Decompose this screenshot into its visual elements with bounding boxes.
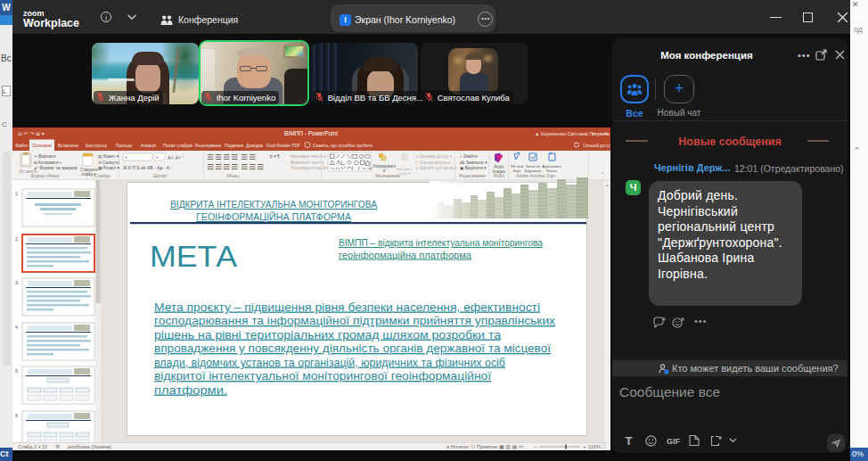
svg-text:Малювання: Малювання	[375, 173, 400, 178]
svg-text:рішень на рівні територіальних: рішень на рівні територіальних громад шл…	[154, 328, 502, 342]
svg-text:платформи.: платформи.	[154, 383, 227, 397]
svg-text:Рецензування: Рецензування	[195, 143, 221, 148]
svg-text:ВІМПП - PowerPoint: ВІМПП - PowerPoint	[284, 130, 338, 136]
svg-text:Буфер обміну: Буфер обміну	[31, 173, 61, 178]
svg-text:✂ Вирізати: ✂ Вирізати	[34, 154, 56, 159]
svg-text:Шрифт: Шрифт	[153, 173, 168, 178]
svg-text:+: +	[583, 444, 586, 449]
svg-text:⟲ Скинути: ⟲ Скинути	[98, 161, 119, 165]
svg-text:ВІДКРИТА ІНТЕЛЕКТУАЛЬНА МОНІТО: ВІДКРИТА ІНТЕЛЕКТУАЛЬНА МОНІТОРИНГОВА	[170, 199, 378, 210]
svg-text:ab Замінити ▾: ab Замінити ▾	[460, 161, 487, 165]
svg-text:Скажіть, що потрібно зробити: Скажіть, що потрібно зробити	[313, 143, 373, 148]
svg-text:Мета проєкту – підвищення рівн: Мета проєкту – підвищення рівня безпеки …	[154, 300, 540, 314]
svg-text:Ж К П S ab АВ ‐ А̲а ‐ А ‐: Ж К П S ab АВ ‐ А̲а ‐ А ‐	[123, 165, 172, 170]
svg-text:▣ Виділити ▾: ▣ Виділити ▾	[460, 166, 487, 170]
svg-text:відкритої інтелектуальної моні: відкритої інтелектуальної моніторингової…	[154, 369, 491, 383]
svg-text:5: 5	[15, 368, 18, 374]
svg-text:Файл: Файл	[15, 143, 28, 148]
svg-text:Спільний доступ: Спільний доступ	[583, 143, 610, 148]
svg-text:Вставлення: Вставлення	[58, 143, 78, 148]
svg-text:Упорядкувати: Упорядкувати	[373, 164, 396, 169]
svg-text:ГЕОІНФОРМАЦІЙНА ПЛАТФОРМА: ГЕОІНФОРМАЦІЙНА ПЛАТФОРМА	[196, 211, 352, 222]
svg-text:◇ Заливка фігури ▾: ◇ Заливка фігури ▾	[415, 154, 453, 159]
svg-text:Абзац: Абзац	[226, 173, 239, 178]
svg-text:А˄ А˅ ῍: А˄ А˅ ῍	[168, 155, 184, 161]
svg-text:▢ Контур фігури ▾: ▢ Контур фігури ▾	[415, 161, 451, 165]
svg-text:⧉ Копіювати ▾: ⧉ Копіювати ▾	[34, 161, 61, 165]
svg-text:1: 1	[15, 191, 18, 196]
svg-text:господарювання та інформаційно: господарювання та інформаційної підтримк…	[154, 314, 555, 327]
svg-text:🖹: 🖹	[55, 444, 61, 449]
svg-text:▭ ─ ✕: ▭ ─ ✕	[592, 131, 608, 136]
svg-text:Images: Images	[493, 169, 507, 174]
svg-text:стилі ▾: стилі ▾	[398, 171, 411, 176]
svg-text:🗩 Примітки: 🗩 Примітки	[471, 444, 497, 449]
svg-text:слайд ▾: слайд ▾	[82, 171, 97, 177]
svg-text:116%: 116%	[588, 444, 601, 449]
svg-text:Переходи: Переходи	[116, 143, 132, 148]
svg-text:◎ Ефекти для фігур ▾: ◎ Ефекти для фігур ▾	[415, 166, 457, 170]
svg-text:🖌 Формат за зразком: 🖌 Формат за зразком	[34, 166, 78, 170]
svg-text:ВІМПП – відкрита інтелектуальн: ВІМПП – відкрита інтелектуальна монітори…	[339, 237, 543, 248]
svg-text:⇅ ▾ ¶: ⇅ ▾ ¶	[269, 154, 280, 159]
svg-text:4: 4	[15, 325, 18, 330]
svg-text:Status: Status	[546, 169, 558, 173]
svg-text:геоінформаційна платформа: геоінформаційна платформа	[339, 250, 471, 260]
svg-text:Основне: Основне	[32, 143, 53, 148]
svg-text:⛶: ⛶	[602, 444, 605, 449]
svg-text:Вирівняти текст ▾: Вирівняти текст ▾	[291, 161, 324, 165]
svg-text:Sign: Sign	[513, 169, 521, 173]
svg-text:─: ─	[533, 444, 537, 449]
svg-text:▦ Розділ ▾: ▦ Розділ ▾	[98, 166, 120, 170]
svg-text:Напрямок тексту ▾: Напрямок тексту ▾	[291, 154, 326, 159]
svg-text:2: 2	[15, 236, 18, 242]
svg-text:▤ Макет ▾: ▤ Макет ▾	[98, 154, 119, 159]
svg-text:⌕ Знайти: ⌕ Знайти	[460, 153, 478, 159]
svg-text:⌃: ⌃	[601, 172, 605, 177]
svg-text:3: 3	[15, 280, 18, 285]
svg-text:Подання: Подання	[225, 143, 243, 148]
svg-text:Показ слайдів: Показ слайдів	[163, 143, 192, 148]
svg-text:Довідка: Довідка	[246, 143, 264, 148]
svg-text:МЕТА: МЕТА	[150, 240, 237, 273]
svg-text:6: 6	[15, 413, 18, 418]
svg-text:Foxit Reader PDF: Foxit Reader PDF	[266, 143, 300, 148]
svg-text:Signature: Signature	[525, 169, 542, 173]
svg-text:впровадження у повсякденну дія: впровадження у повсякденну діяльність ор…	[154, 342, 551, 355]
svg-text:Анімація: Анімація	[141, 143, 156, 148]
svg-text:Конструктор: Конструктор	[86, 143, 107, 148]
svg-text:Слайди: Слайди	[94, 173, 111, 178]
svg-text:▦ ▥ ▤ ▭: ▦ ▥ ▤ ▭	[499, 444, 524, 449]
svg-text:російська (Україна): російська (Україна)	[68, 444, 111, 449]
svg-text:Слайд 2 з 10: Слайд 2 з 10	[18, 444, 47, 449]
svg-text:≡ Нотатки: ≡ Нотатки	[446, 444, 469, 449]
svg-text:влади, відомчих установ та орг: влади, відомчих установ та організацій, …	[154, 356, 505, 369]
svg-text:⊟ ↶ ↷ ⊞ ▾: ⊟ ↶ ↷ ⊞ ▾	[18, 131, 45, 136]
